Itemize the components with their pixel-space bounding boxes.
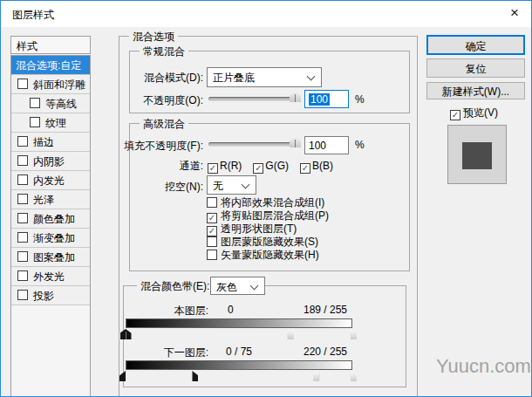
sidebar-item[interactable]: 光泽 bbox=[11, 190, 90, 209]
channel-checkbox[interactable]: ✓ bbox=[253, 163, 263, 174]
advanced-option: 图层蒙版隐藏效果(S) bbox=[207, 235, 318, 248]
fill-opacity-value: 100 bbox=[309, 140, 326, 152]
this-layer-low-value: 0 bbox=[228, 304, 234, 316]
advanced-option: ✓将剪贴图层混合成组(P) bbox=[207, 209, 329, 222]
sidebar-item-label: 内阴影 bbox=[33, 154, 65, 169]
styles-header: 样式 bbox=[10, 36, 91, 54]
blend-if-thumb[interactable] bbox=[351, 329, 357, 339]
advanced-option: ✓透明形状图层(T) bbox=[207, 222, 297, 235]
blend-if-channel-select[interactable]: 灰色 bbox=[210, 277, 265, 295]
fill-opacity-slider-track bbox=[208, 142, 299, 147]
channel-option: ✓B(B) bbox=[300, 160, 333, 174]
blend-if-channel-value: 灰色 bbox=[216, 281, 237, 293]
channel-checkbox[interactable]: ✓ bbox=[300, 163, 310, 174]
blend-if-thumb[interactable] bbox=[192, 371, 198, 381]
blending-options-legend: 混合选项 bbox=[129, 30, 178, 44]
advanced-option-checkbox[interactable] bbox=[207, 250, 217, 260]
fill-opacity-label: 填充不透明度(F): bbox=[120, 139, 203, 154]
style-enable-checkbox[interactable] bbox=[17, 155, 28, 166]
blend-if-thumb[interactable] bbox=[119, 371, 126, 381]
blend-mode-label: 混合模式(D): bbox=[130, 71, 203, 86]
next-layer-gradient-bar bbox=[126, 360, 352, 370]
style-enable-checkbox[interactable] bbox=[17, 213, 28, 223]
general-blending-legend: 常规混合 bbox=[140, 44, 188, 59]
fill-opacity-input[interactable]: 100 bbox=[304, 136, 349, 154]
sidebar-item[interactable]: 内阴影 bbox=[11, 152, 90, 171]
blend-mode-value: 正片叠底 bbox=[213, 72, 255, 84]
sidebar-item[interactable]: 颜色叠加 bbox=[11, 209, 90, 229]
preview-checkbox[interactable]: ✓ bbox=[450, 110, 460, 120]
sidebar-item[interactable]: 内发光 bbox=[11, 171, 90, 190]
advanced-blending-legend: 高级混合 bbox=[140, 117, 188, 132]
advanced-options-list: 将内部效果混合成组(I)✓将剪贴图层混合成组(P)✓透明形状图层(T)图层蒙版隐… bbox=[207, 195, 407, 265]
style-enable-checkbox[interactable] bbox=[17, 290, 28, 300]
sidebar-item[interactable]: 等高线 bbox=[11, 94, 90, 113]
this-layer-gradient-bar bbox=[126, 318, 352, 328]
sidebar-item[interactable]: 图案叠加 bbox=[11, 248, 90, 267]
preview-option: ✓预览(V) bbox=[450, 106, 498, 120]
knockout-value: 无 bbox=[213, 180, 223, 192]
fill-opacity-percent: % bbox=[355, 139, 365, 151]
advanced-option-label: 将剪贴图层混合成组(P) bbox=[221, 209, 329, 222]
sidebar-item[interactable]: 混合选项:自定 bbox=[11, 56, 90, 75]
dialog-title: 图层样式 bbox=[12, 8, 54, 23]
sidebar-item[interactable]: 外发光 bbox=[11, 267, 90, 286]
blend-mode-select[interactable]: 正片叠底 bbox=[207, 67, 322, 87]
style-enable-checkbox[interactable] bbox=[30, 117, 40, 127]
new-style-button[interactable]: 新建样式(W)... bbox=[426, 82, 525, 99]
opacity-value: 100 bbox=[309, 93, 330, 106]
sidebar-item-label: 混合选项:自定 bbox=[16, 58, 81, 73]
opacity-percent: % bbox=[355, 93, 365, 106]
sidebar-item-label: 等高线 bbox=[45, 97, 77, 112]
sidebar-item-label: 斜面和浮雕 bbox=[33, 78, 85, 92]
blend-if-thumb[interactable] bbox=[120, 329, 132, 339]
style-enable-checkbox[interactable] bbox=[30, 98, 40, 108]
blend-if-thumb[interactable] bbox=[313, 371, 319, 381]
style-enable-checkbox[interactable] bbox=[17, 175, 28, 185]
advanced-option-checkbox[interactable] bbox=[207, 236, 217, 247]
sidebar-item[interactable]: 投影 bbox=[11, 286, 90, 305]
style-enable-checkbox[interactable] bbox=[17, 232, 28, 243]
advanced-option-label: 矢量蒙版隐藏效果(H) bbox=[221, 249, 319, 261]
layer-style-dialog: 图层样式 × 样式 混合选项:自定斜面和浮雕等高线纹理描边内阴影内发光光泽颜色叠… bbox=[0, 0, 532, 397]
sidebar-item-label: 外发光 bbox=[33, 270, 65, 284]
channel-label: R(R) bbox=[220, 160, 242, 172]
channels-group: ✓R(R)✓G(G)✓B(B) bbox=[208, 157, 344, 174]
knockout-label: 挖空(N): bbox=[149, 180, 203, 195]
advanced-option: 将内部效果混合成组(I) bbox=[207, 195, 324, 209]
blend-if-legend: 混合颜色带(E): bbox=[137, 279, 213, 294]
style-enable-checkbox[interactable] bbox=[17, 194, 28, 204]
this-layer-label: 本图层: bbox=[132, 304, 208, 318]
knockout-select[interactable]: 无 bbox=[207, 175, 256, 195]
style-enable-checkbox[interactable] bbox=[17, 136, 28, 147]
advanced-option-checkbox[interactable] bbox=[207, 197, 217, 208]
blend-if-thumb[interactable] bbox=[351, 371, 357, 381]
titlebar: 图层样式 × bbox=[1, 1, 531, 27]
style-enable-checkbox[interactable] bbox=[17, 270, 28, 281]
blend-if-thumb[interactable] bbox=[288, 329, 294, 339]
close-icon[interactable]: × bbox=[510, 4, 519, 22]
channels-label: 通道: bbox=[158, 159, 203, 174]
sidebar-item[interactable]: 斜面和浮雕 bbox=[11, 75, 90, 94]
reset-button[interactable]: 复位 bbox=[426, 58, 525, 78]
opacity-input[interactable]: 100 bbox=[304, 90, 349, 108]
sidebar-item[interactable]: 渐变叠加 bbox=[11, 229, 90, 248]
channel-option: ✓R(R) bbox=[208, 160, 242, 174]
channel-label: G(G) bbox=[265, 160, 289, 172]
ok-button[interactable]: 确定 bbox=[426, 35, 525, 55]
style-enable-checkbox[interactable] bbox=[17, 251, 28, 262]
chevron-down-icon bbox=[242, 181, 250, 189]
style-enable-checkbox[interactable] bbox=[17, 79, 28, 89]
sidebar-item-label: 内发光 bbox=[33, 174, 65, 188]
sidebar-item[interactable]: 描边 bbox=[11, 133, 90, 152]
sidebar-item-label: 投影 bbox=[33, 289, 54, 304]
sidebar-item-label: 纹理 bbox=[45, 116, 66, 131]
advanced-option-label: 将内部效果混合成组(I) bbox=[221, 196, 324, 209]
next-layer-low-value: 0 / 75 bbox=[226, 346, 252, 358]
channel-checkbox[interactable]: ✓ bbox=[208, 163, 218, 174]
advanced-option-label: 图层蒙版隐藏效果(S) bbox=[221, 236, 318, 248]
sidebar-item-label: 颜色叠加 bbox=[33, 212, 75, 227]
sidebar-item[interactable]: 纹理 bbox=[11, 113, 90, 133]
preview-label: 预览(V) bbox=[463, 106, 498, 119]
next-layer-label: 下一图层: bbox=[132, 346, 208, 360]
